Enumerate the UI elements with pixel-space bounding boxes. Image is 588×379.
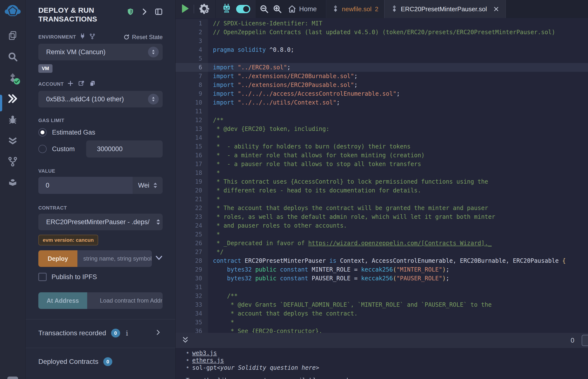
ai-copilot-toggle[interactable] <box>236 5 250 13</box>
compile-success-badge <box>14 78 20 84</box>
solidity-compiler-icon[interactable] <box>7 72 18 83</box>
tab-newfile[interactable]: newfile.sol 2 <box>326 0 384 18</box>
publish-ipfs-checkbox[interactable] <box>38 273 47 281</box>
code-line[interactable]: 1// SPDX-License-Identifier: MIT <box>176 19 588 28</box>
deploy-and-run-icon[interactable] <box>7 93 18 105</box>
code-line[interactable]: 33 * @dev Grants `DEFAULT_ADMIN_ROLE`, `… <box>176 300 588 309</box>
deploy-expand-chevron-icon[interactable] <box>155 255 163 262</box>
code-line[interactable]: 11 <box>176 107 588 116</box>
code-line[interactable]: 30 bytes32 public constant PAUSER_ROLE =… <box>176 274 588 283</box>
deploy-params-input[interactable] <box>77 250 152 267</box>
line-number: 17 <box>176 160 208 169</box>
code-line[interactable]: 17 * - a pauser role that allows to stop… <box>176 160 588 169</box>
code-line[interactable]: 2// OpenZeppelin Contracts (last updated… <box>176 28 588 37</box>
expand-transactions-chevron-icon[interactable] <box>156 329 160 337</box>
value-unit-select[interactable]: Wei <box>133 177 163 194</box>
environment-select[interactable]: Remix VM (Cancun) <box>38 44 163 60</box>
chevron-right-icon[interactable] <box>141 8 148 16</box>
code-line[interactable]: 15 * - ability for holders to burn (dest… <box>176 142 588 151</box>
account-select-arrows[interactable] <box>148 94 159 105</box>
code-line[interactable]: 12/** <box>176 116 588 125</box>
code-line[interactable]: 14 * <box>176 133 588 142</box>
debugger-icon[interactable] <box>7 114 18 126</box>
code-line[interactable]: 28contract ERC20PresetMinterPauser is Co… <box>176 256 588 265</box>
transactions-recorded-label: Transactions recorded <box>38 329 106 337</box>
shield-icon[interactable] <box>126 8 134 16</box>
close-tab-icon[interactable] <box>493 6 499 12</box>
code-line[interactable]: 24 * and pauser roles to other accounts. <box>176 221 588 230</box>
code-line[interactable]: 20 * different roles - head to its docum… <box>176 186 588 195</box>
code-line[interactable]: 21 * <box>176 195 588 204</box>
code-line[interactable]: 19 * This contract uses {AccessControl} … <box>176 177 588 186</box>
terminal-item[interactable]: •ethers.js <box>186 357 588 364</box>
at-address-button[interactable]: At Address <box>38 292 87 309</box>
code-line[interactable]: 36 * See {ERC20-constructor}. <box>176 327 588 333</box>
account-select[interactable]: 0x5B3...eddC4 (100 ether) <box>38 91 163 108</box>
pin-panel-icon[interactable] <box>155 8 163 16</box>
deployed-contracts-label: Deployed Contracts <box>38 358 98 365</box>
fork-state-icon[interactable] <box>89 33 95 41</box>
remix-logo-icon[interactable] <box>4 3 21 20</box>
zoom-out-icon[interactable] <box>260 0 269 18</box>
code-line[interactable]: 22 * The account that deploys the contra… <box>176 204 588 212</box>
code-line[interactable]: 18 * <box>176 169 588 177</box>
code-line[interactable]: 13 * @dev {ERC20} token, including: <box>176 125 588 133</box>
code-line[interactable]: 4pragma solidity ^0.8.0; <box>176 46 588 54</box>
git-icon[interactable] <box>7 156 18 168</box>
code-editor[interactable]: 1// SPDX-License-Identifier: MIT2// Open… <box>176 18 588 333</box>
add-account-icon[interactable] <box>67 80 74 88</box>
file-explorer-icon[interactable] <box>7 30 18 42</box>
value-unit-arrows[interactable] <box>153 182 157 188</box>
code-line[interactable]: 5 <box>176 54 588 63</box>
estimated-gas-radio[interactable] <box>38 128 47 137</box>
tab-erc20presetminterpauser[interactable]: ERC20PresetMinterPauser.sol <box>384 0 506 18</box>
copy-account-icon[interactable] <box>89 80 96 88</box>
terminal-item[interactable]: •web3.js <box>186 349 588 357</box>
info-icon[interactable]: i <box>126 329 128 337</box>
code-line[interactable]: 23 * roles, as well as the default admin… <box>176 212 588 221</box>
line-number: 7 <box>176 72 208 80</box>
environment-select-arrows[interactable] <box>148 47 159 57</box>
terminal-search-input[interactable] <box>582 335 588 346</box>
code-line[interactable]: 3 <box>176 37 588 46</box>
code-line[interactable]: 34 * account that deploys the contract. <box>176 309 588 318</box>
search-icon[interactable] <box>7 51 18 63</box>
code-line[interactable]: 27 */ <box>176 248 588 256</box>
settings-icon[interactable] <box>7 377 18 379</box>
sign-message-icon[interactable] <box>78 80 85 88</box>
plug-icon[interactable] <box>79 33 86 41</box>
transactions-recorded-row[interactable]: Transactions recorded 0 i <box>38 329 163 337</box>
code-line[interactable]: 35 * <box>176 318 588 327</box>
code-line[interactable]: 9import "../../../access/AccessControlEn… <box>176 89 588 98</box>
script-config-gear-icon[interactable] <box>199 3 210 15</box>
code-line[interactable]: 6import "../ERC20.sol"; <box>176 63 588 72</box>
value-input[interactable] <box>38 177 133 194</box>
collapse-terminal-icon[interactable] <box>182 336 189 345</box>
code-line[interactable]: 32 /** <box>176 292 588 300</box>
code-line[interactable]: 26 * _Deprecated in favor of https://wiz… <box>176 239 588 248</box>
contract-select-arrows[interactable] <box>156 219 160 225</box>
custom-gas-radio[interactable] <box>38 145 47 153</box>
code-line[interactable]: 16 * - a minter role that allows for tok… <box>176 151 588 160</box>
code-line[interactable]: 10import "../../../utils/Context.sol"; <box>176 98 588 107</box>
line-number: 14 <box>176 133 208 142</box>
home-tab[interactable]: Home <box>288 0 317 18</box>
code-line[interactable]: 7import "../extensions/ERC20Burnable.sol… <box>176 72 588 80</box>
code-line[interactable]: 29 bytes32 public constant MINTER_ROLE =… <box>176 265 588 274</box>
reset-state-button[interactable]: Reset State <box>123 34 163 41</box>
line-number: 2 <box>176 28 208 37</box>
terminal-hint: Type the library name to see available c… <box>186 377 588 379</box>
unit-testing-icon[interactable] <box>7 135 18 146</box>
code-line[interactable]: 31 <box>176 283 588 292</box>
contract-select[interactable]: ERC20PresetMinterPauser - .deps/ <box>38 214 163 230</box>
custom-gas-input[interactable] <box>86 141 163 158</box>
line-number: 12 <box>176 116 208 125</box>
deploy-button[interactable]: Deploy <box>38 250 77 267</box>
code-line[interactable]: 25 * <box>176 230 588 239</box>
plugin-manager-icon[interactable] <box>7 177 18 189</box>
code-line[interactable]: 8import "../extensions/ERC20Pausable.sol… <box>176 80 588 89</box>
at-address-input[interactable] <box>87 292 163 309</box>
run-script-play-icon[interactable] <box>181 4 189 14</box>
ai-copilot-robot-icon[interactable] <box>221 3 232 15</box>
zoom-in-icon[interactable] <box>273 0 282 18</box>
